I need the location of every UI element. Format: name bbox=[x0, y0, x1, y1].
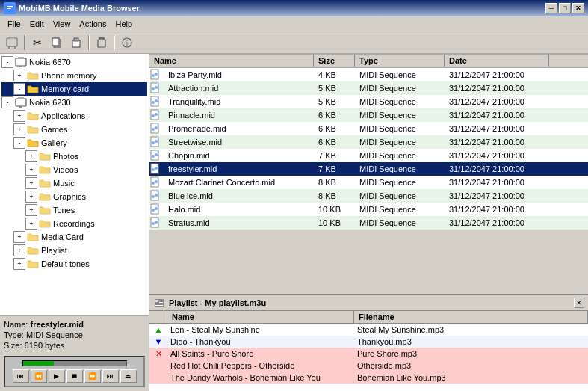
tree-expander-phone-memory[interactable]: + bbox=[13, 70, 25, 81]
file-row[interactable]: freestyler.mid 7 KB MIDI Sequence 31/12/… bbox=[149, 162, 588, 176]
midi-file-icon bbox=[149, 217, 161, 229]
menu-file[interactable]: File bbox=[3, 19, 25, 29]
tree-node-videos[interactable]: +Videos bbox=[1, 163, 147, 176]
file-type: MIDI Sequence bbox=[355, 204, 445, 215]
tree-node-recordings[interactable]: +Recordings bbox=[1, 217, 147, 230]
tree-node-graphics[interactable]: +Graphics bbox=[1, 190, 147, 203]
pl-icon: ▲ bbox=[149, 325, 167, 334]
tree-expander-memory-card[interactable]: - bbox=[13, 83, 25, 95]
tree-expander-gallery[interactable]: - bbox=[13, 137, 25, 149]
playlist-panel: Playlist - My playlist.m3u ✕ Name Filena… bbox=[149, 294, 588, 391]
toolbar-connect[interactable] bbox=[3, 34, 21, 51]
svg-rect-60 bbox=[155, 300, 158, 302]
progress-fill bbox=[23, 361, 54, 366]
play-button[interactable]: ▶ bbox=[49, 369, 65, 383]
tree-expander-default-tones[interactable]: + bbox=[13, 258, 25, 270]
tree-expander-playlist[interactable]: + bbox=[13, 244, 25, 256]
next-button[interactable]: ⏭ bbox=[102, 369, 119, 383]
tree-expander-games[interactable]: + bbox=[13, 123, 25, 135]
tree-expander-photos[interactable]: + bbox=[25, 150, 37, 162]
toolbar-cut[interactable]: ✂ bbox=[28, 34, 46, 51]
tree-expander-media-card[interactable]: + bbox=[13, 231, 25, 243]
file-type: MIDI Sequence bbox=[355, 123, 445, 134]
close-button[interactable]: ✕ bbox=[572, 3, 584, 13]
file-row[interactable]: Attraction.mid 5 KB MIDI Sequence 31/12/… bbox=[149, 81, 588, 95]
file-row[interactable]: Tranquility.mid 5 KB MIDI Sequence 31/12… bbox=[149, 95, 588, 108]
svg-point-58 bbox=[155, 221, 158, 224]
file-list-body: Ibiza Party.mid 4 KB MIDI Sequence 31/12… bbox=[149, 68, 588, 294]
eject-button[interactable]: ⏏ bbox=[120, 369, 137, 383]
tree-node-nokia6230[interactable]: -Nokia 6230 bbox=[1, 96, 147, 109]
stop-button[interactable]: ⏹ bbox=[66, 369, 83, 383]
maximize-button[interactable]: □ bbox=[559, 3, 571, 13]
tree-node-applications[interactable]: +Applications bbox=[1, 109, 147, 123]
playlist-row[interactable]: The Dandy Warhols - Bohemian Like You Bo… bbox=[149, 372, 588, 384]
file-row[interactable]: Ibiza Party.mid 4 KB MIDI Sequence 31/12… bbox=[149, 68, 588, 81]
minimize-button[interactable]: ─ bbox=[545, 3, 557, 13]
toolbar: ✂ i bbox=[0, 31, 588, 54]
playlist-row[interactable]: ▲ Len - Steal My Sunshine Steal My Sunsh… bbox=[149, 324, 588, 336]
file-name-cell: Ibiza Party.mid bbox=[149, 69, 314, 81]
tree-node-photos[interactable]: +Photos bbox=[1, 150, 147, 163]
tree-node-music[interactable]: +Music bbox=[1, 176, 147, 190]
file-row[interactable]: Pinnacle.mid 6 KB MIDI Sequence 31/12/20… bbox=[149, 108, 588, 122]
tree-expander-nokia6230[interactable]: - bbox=[1, 96, 13, 108]
file-row[interactable]: Promenade.mid 6 KB MIDI Sequence 31/12/2… bbox=[149, 122, 588, 135]
file-row[interactable]: Blue ice.mid 8 KB MIDI Sequence 31/12/20… bbox=[149, 189, 588, 203]
tree-expander-recordings[interactable]: + bbox=[25, 218, 37, 230]
menu-actions[interactable]: Actions bbox=[75, 19, 111, 29]
toolbar-info[interactable]: i bbox=[118, 34, 136, 51]
col-header-name[interactable]: Name bbox=[149, 55, 314, 67]
file-row[interactable]: Halo.mid 10 KB MIDI Sequence 31/12/2047 … bbox=[149, 203, 588, 216]
tree-expander-nokia6670[interactable]: - bbox=[1, 56, 13, 68]
tree-node-phone-memory[interactable]: +Phone memory bbox=[1, 69, 147, 82]
playlist-row[interactable]: ▼ Dido - Thankyou Thankyou.mp3 bbox=[149, 336, 588, 348]
col-header-date[interactable]: Date bbox=[445, 55, 549, 67]
tree-node-games[interactable]: +Games bbox=[1, 123, 147, 136]
folder-icon-memory-card bbox=[27, 83, 39, 95]
tree-expander-tones[interactable]: + bbox=[25, 204, 37, 216]
menu-view[interactable]: View bbox=[49, 19, 75, 29]
svg-point-24 bbox=[152, 74, 155, 77]
pl-name: Len - Steal My Sunshine bbox=[167, 324, 354, 335]
playlist-row[interactable]: Red Hot Chili Peppers - Otherside Others… bbox=[149, 360, 588, 372]
file-row[interactable]: Stratus.mid 10 KB MIDI Sequence 31/12/20… bbox=[149, 216, 588, 230]
tree-node-media-card[interactable]: +Media Card bbox=[1, 230, 147, 244]
menu-edit[interactable]: Edit bbox=[25, 19, 49, 29]
file-row[interactable]: Chopin.mid 7 KB MIDI Sequence 31/12/2047… bbox=[149, 149, 588, 162]
tree-expander-videos[interactable]: + bbox=[25, 164, 37, 176]
toolbar-paste[interactable] bbox=[67, 34, 85, 51]
pl-filename: Thankyou.mp3 bbox=[354, 336, 588, 347]
tree-label-default-tones: Default tones bbox=[41, 259, 90, 268]
tree-node-tones[interactable]: +Tones bbox=[1, 203, 147, 217]
tree-node-memory-card[interactable]: -Memory card bbox=[1, 82, 147, 96]
col-header-type[interactable]: Type bbox=[355, 55, 445, 67]
file-row[interactable]: Mozart Clarinet Concerto.mid 8 KB MIDI S… bbox=[149, 176, 588, 189]
tree-expander-graphics[interactable]: + bbox=[25, 191, 37, 203]
file-row[interactable]: Streetwise.mid 6 KB MIDI Sequence 31/12/… bbox=[149, 135, 588, 149]
prev-button[interactable]: ⏮ bbox=[13, 369, 29, 383]
fast-forward-button[interactable]: ⏩ bbox=[84, 369, 101, 383]
menu-help[interactable]: Help bbox=[111, 19, 137, 29]
toolbar-delete[interactable] bbox=[93, 34, 111, 51]
tree-expander-music[interactable]: + bbox=[25, 177, 37, 189]
svg-point-28 bbox=[155, 86, 158, 89]
playlist-close-button[interactable]: ✕ bbox=[574, 298, 584, 308]
tree-node-gallery[interactable]: -Gallery bbox=[1, 136, 147, 150]
rewind-button[interactable]: ⏪ bbox=[31, 369, 47, 383]
folder-icon-default-tones bbox=[27, 258, 39, 270]
tree-node-nokia6670[interactable]: -Nokia 6670 bbox=[1, 55, 147, 69]
toolbar-copy[interactable] bbox=[48, 34, 66, 51]
tree-node-default-tones[interactable]: +Default tones bbox=[1, 257, 147, 271]
col-header-size[interactable]: Size bbox=[314, 55, 355, 67]
midi-file-icon bbox=[149, 82, 161, 94]
pl-filename: Steal My Sunshine.mp3 bbox=[354, 324, 588, 335]
playlist-col-file[interactable]: Filename bbox=[354, 311, 588, 323]
playlist-row[interactable]: ✕ All Saints - Pure Shore Pure Shore.mp3 bbox=[149, 348, 588, 360]
tree-node-playlist[interactable]: +Playlist bbox=[1, 244, 147, 257]
playlist-col-name[interactable]: Name bbox=[167, 311, 354, 323]
svg-rect-19 bbox=[19, 66, 22, 67]
progress-bar[interactable] bbox=[22, 360, 127, 366]
pl-filename: Bohemian Like You.mp3 bbox=[354, 372, 588, 383]
tree-expander-applications[interactable]: + bbox=[13, 110, 25, 122]
